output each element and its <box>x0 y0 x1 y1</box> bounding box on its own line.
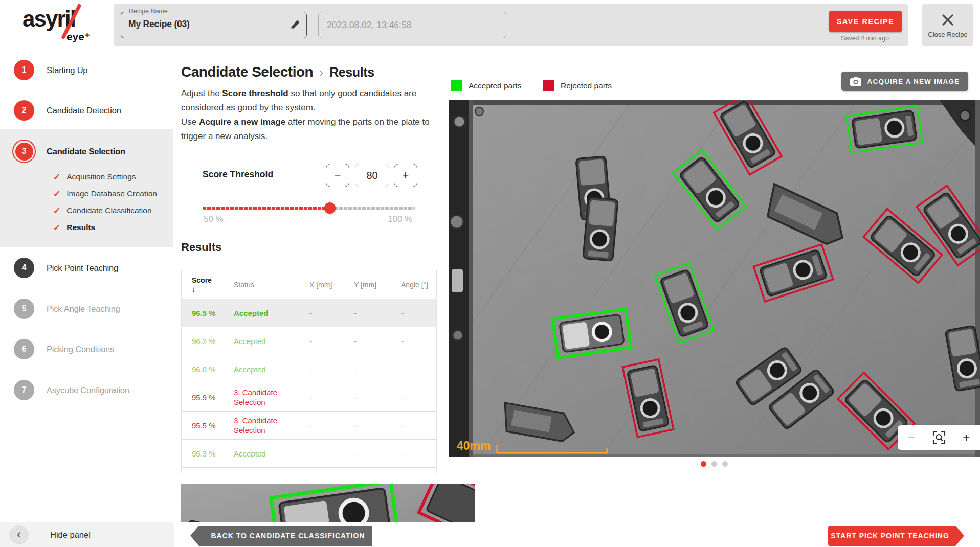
slider-min-label: 50 % <box>204 214 224 224</box>
cell-score: 96.2 % <box>192 337 234 346</box>
step-number-badge: 6 <box>14 339 34 359</box>
sidebar-step-starting-up[interactable]: 1 Starting Up <box>0 58 173 82</box>
rejected-color-swatch <box>543 80 554 91</box>
step-label: Picking Conditions <box>47 345 114 354</box>
acquire-new-image-button[interactable]: ACQUIRE A NEW IMAGE <box>841 72 968 91</box>
step-label: Starting Up <box>47 65 87 75</box>
table-row[interactable]: 3. Candidate Selection <box>182 468 436 473</box>
table-row[interactable]: 96.2 % Accepted - - - <box>182 327 436 355</box>
close-recipe-label: Close Recipe <box>928 31 967 38</box>
sidebar-step-candidate-detection[interactable]: 2 Candidate Detection <box>0 98 173 123</box>
pagination-dot[interactable] <box>711 461 717 467</box>
scale-label: 40mm <box>457 439 491 452</box>
image-viewer: Accepted parts Rejected parts ACQUIRE A … <box>449 66 980 475</box>
check-icon: ✓ <box>53 206 60 216</box>
column-header-y[interactable]: Y [mm] <box>354 281 401 289</box>
cell-x: - <box>309 365 354 374</box>
legend-rejected-label: Rejected parts <box>561 81 612 90</box>
chevron-right-icon: › <box>319 65 323 80</box>
cell-x: - <box>309 449 354 458</box>
column-header-status[interactable]: Status <box>234 281 309 289</box>
table-row[interactable]: 95.5 % 3. Candidate Selection - - - <box>182 412 436 440</box>
sidebar-substep-results[interactable]: ✓ Results <box>0 220 173 235</box>
slider-handle[interactable] <box>324 202 336 214</box>
asyril-eye-logo: asyril eye⁺ <box>23 6 99 44</box>
zoom-out-button[interactable]: − <box>898 425 925 450</box>
collapse-panel-button[interactable]: ‹ <box>9 525 29 544</box>
slider-track-empty <box>330 207 415 210</box>
pagination-dot[interactable] <box>701 461 706 467</box>
parts-overlay: 40mm <box>449 100 980 457</box>
pagination-dot[interactable] <box>722 461 728 467</box>
sidebar-substep-candidate-classification[interactable]: ✓ Candidate Classification <box>0 203 173 218</box>
score-threshold-slider[interactable] <box>203 202 415 214</box>
fit-view-icon <box>932 431 946 444</box>
sidebar-step-candidate-selection[interactable]: 3 Candidate Selection <box>0 139 173 164</box>
sidebar-step-picking-conditions[interactable]: 6 Picking Conditions <box>0 337 173 361</box>
recipe-name-label: Recipe Name <box>126 8 170 15</box>
start-pick-point-teaching-button[interactable]: START PICK POINT TEACHING <box>828 526 964 546</box>
sidebar-substep-acquisition-settings[interactable]: ✓ Acquisition Settings <box>0 169 173 185</box>
breadcrumb-section: Candidate Selection <box>181 64 313 80</box>
cell-y: - <box>354 365 401 374</box>
description-text: Adjust the <box>181 88 222 98</box>
sort-descending-icon: ↓ <box>192 285 234 293</box>
substep-label: Results <box>66 223 95 232</box>
close-icon <box>940 12 955 28</box>
step-label: Candidate Selection <box>47 147 125 156</box>
table-row[interactable]: 96.5 % Accepted - - - <box>182 299 436 327</box>
cell-status: 3. Candidate Selection <box>234 472 309 473</box>
saved-status-text: Saved 4 min ago <box>814 35 916 42</box>
sidebar-step-pick-point-teaching[interactable]: 4 Pick Point Teaching <box>0 256 173 280</box>
cell-angle: - <box>401 365 436 374</box>
cell-score: 95.9 % <box>192 393 234 402</box>
camera-image[interactable]: 40mm <box>449 100 980 457</box>
page-description: Adjust the Score threshold so that only … <box>181 86 441 144</box>
cell-y: - <box>354 393 401 402</box>
score-threshold-label: Score Threshold <box>203 169 273 180</box>
results-table-header: Score ↓ Status X [mm] Y [mm] Angle [°] <box>182 270 436 299</box>
breadcrumb-page: Results <box>329 65 374 80</box>
cell-status: Accepted <box>234 336 309 346</box>
cell-status: 3. Candidate Selection <box>234 416 309 435</box>
camera-icon <box>850 77 861 86</box>
cell-angle: - <box>401 393 436 402</box>
recipe-name-field[interactable]: Recipe Name My Recipe (03) <box>121 12 307 38</box>
sidebar-substep-image-database-creation[interactable]: ✓ Image Database Creation <box>0 186 173 201</box>
legend-accepted-label: Accepted parts <box>469 81 521 90</box>
substep-label: Image Database Creation <box>66 189 157 198</box>
column-header-score[interactable]: Score ↓ <box>192 276 234 293</box>
substep-label: Candidate Classification <box>66 206 151 215</box>
close-recipe-button[interactable]: Close Recipe <box>922 4 973 46</box>
sidebar-step-pick-angle-teaching[interactable]: 5 Pick Angle Teaching <box>0 297 173 321</box>
sidebar-step-asycube-configuration[interactable]: 7 Asycube Configuration <box>0 378 173 402</box>
column-header-angle[interactable]: Angle [°] <box>401 281 436 289</box>
table-row[interactable]: 96.0 % Accepted - - - <box>182 355 436 383</box>
back-to-candidate-classification-button[interactable]: BACK TO CANDIDATE CLASSIFICATION <box>190 526 372 546</box>
cell-score: 95.3 % <box>192 449 234 458</box>
cell-y: - <box>354 449 401 458</box>
cell-status: Accepted <box>234 449 309 459</box>
fit-to-view-button[interactable] <box>925 425 953 450</box>
threshold-decrement-button[interactable]: − <box>326 164 349 187</box>
step-label: Candidate Detection <box>47 106 121 116</box>
cell-angle: - <box>401 337 436 346</box>
cell-x: - <box>309 393 354 402</box>
step-label: Asycube Configuration <box>47 385 129 395</box>
zoom-in-button[interactable]: + <box>952 425 980 450</box>
image-pagination <box>449 461 980 467</box>
threshold-value-field[interactable]: 80 <box>355 164 389 187</box>
save-recipe-button[interactable]: SAVE RECIPE <box>829 11 902 32</box>
cell-score: 95.5 % <box>192 421 234 430</box>
step-number-badge: 3 <box>15 143 33 161</box>
column-header-x[interactable]: X [mm] <box>309 281 354 289</box>
table-row[interactable]: 95.3 % Accepted - - - <box>182 440 436 468</box>
table-row[interactable]: 95.9 % 3. Candidate Selection - - - <box>182 383 436 412</box>
threshold-increment-button[interactable]: + <box>394 164 417 187</box>
legend-accepted: Accepted parts <box>451 80 521 91</box>
hide-panel-label[interactable]: Hide panel <box>50 530 91 540</box>
cell-angle: - <box>401 309 436 317</box>
cell-y: - <box>354 337 401 346</box>
results-table: Score ↓ Status X [mm] Y [mm] Angle [°] 9… <box>181 270 437 473</box>
edit-pencil-icon[interactable] <box>288 18 301 32</box>
